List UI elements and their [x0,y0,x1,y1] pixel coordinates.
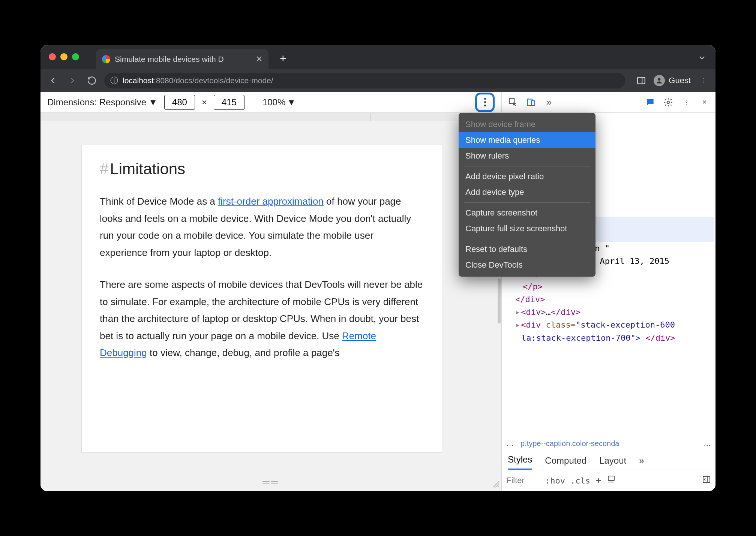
reload-button[interactable] [85,73,99,88]
close-tab-icon[interactable]: ✕ [256,54,262,64]
hov-toggle[interactable]: :hov [545,476,565,485]
resize-handle-bottom[interactable]: ══ [262,476,279,488]
maximize-window-button[interactable] [72,53,79,60]
tab-strip: Simulate mobile devices with D ✕ + [40,45,716,69]
window-controls [49,53,79,60]
more-subtabs-icon[interactable]: » [639,455,644,470]
browser-menu-icon[interactable]: ⋮ [696,73,710,88]
device-styles-icon[interactable] [607,475,616,486]
minimize-window-button[interactable] [60,53,68,60]
svg-rect-0 [638,77,645,84]
profile-label: Guest [669,76,691,85]
menu-item-add-device-pixel-ratio[interactable]: Add device pixel ratio [459,169,596,184]
menu-item-show-rulers[interactable]: Show rulers [459,148,596,164]
scrollbar[interactable] [498,278,501,323]
address-bar[interactable]: ⓘ localhost:8080/docs/devtools/device-mo… [104,73,625,88]
issues-icon[interactable] [643,95,658,110]
chrome-favicon-icon [102,55,110,63]
profile-chip[interactable]: Guest [654,75,691,86]
tab-computed[interactable]: Computed [545,455,586,470]
zoom-dropdown[interactable]: 100% ▼ [262,97,296,108]
menu-item-show-media-queries[interactable]: Show media queries [459,132,596,148]
side-panel-icon[interactable] [634,73,648,88]
styles-tabs: Styles Computed Layout » [502,451,716,470]
dom-breadcrumbs[interactable]: … p.type--caption.color-seconda … [502,436,716,451]
close-devtools-icon[interactable]: ✕ [697,95,712,110]
menu-item-reset-defaults[interactable]: Reset to defaults [459,241,596,257]
simulated-viewport: #Limitations Think of Device Mode as a f… [40,121,501,491]
url-path: /docs/devtools/device-mode/ [173,76,273,85]
menu-item-capture-full-screenshot[interactable]: Capture full size screenshot [459,221,596,237]
menu-item-show-device-frame[interactable]: Show device frame [459,117,596,132]
menu-separator [464,166,590,166]
media-query-ruler [40,113,501,121]
page-paragraph: Think of Device Mode as a first-order ap… [100,193,424,261]
url-host: localhost [123,76,154,85]
tabs-dropdown-icon[interactable] [698,53,706,64]
url-port: :8080 [154,76,174,85]
page-paragraph: There are some aspects of mobile devices… [100,276,424,362]
new-tab-button[interactable]: + [280,52,286,65]
first-order-approximation-link[interactable]: first-order approximation [218,196,324,207]
browser-tab[interactable]: Simulate mobile devices with D ✕ [96,49,268,69]
menu-separator [464,202,590,203]
menu-item-close-devtools[interactable]: Close DevTools [459,257,596,273]
tab-title: Simulate mobile devices with D [115,55,224,64]
devtools-toolbar: » ⋮ ✕ [502,92,716,113]
inspect-element-icon[interactable] [506,95,520,110]
styles-filter-input[interactable] [506,476,540,485]
times-glyph: × [202,97,207,108]
menu-item-add-device-type[interactable]: Add device type [459,184,596,200]
device-toolbar-more-button[interactable] [475,93,495,112]
svg-point-6 [667,101,670,103]
cls-toggle[interactable]: .cls [570,476,590,485]
resize-handle-corner[interactable] [492,481,500,490]
browser-window: Simulate mobile devices with D ✕ + ⓘ loc… [40,45,716,491]
settings-icon[interactable] [661,95,676,110]
simulated-page[interactable]: #Limitations Think of Device Mode as a f… [82,145,442,452]
avatar-icon [654,75,665,86]
device-toolbar-menu: Show device frame Show media queries Sho… [459,113,596,277]
tab-styles[interactable]: Styles [508,454,532,470]
styles-filter-bar: :hov .cls + [502,470,716,491]
svg-rect-5 [531,100,535,105]
content-area: Dimensions: Responsive ▼ × 100% ▼ #Limit… [40,92,716,491]
menu-separator [464,239,590,239]
more-tabs-icon[interactable]: » [542,95,556,110]
page-pane: Dimensions: Responsive ▼ × 100% ▼ #Limit… [40,92,502,491]
back-button[interactable] [46,73,60,88]
menu-item-capture-screenshot[interactable]: Capture screenshot [459,205,596,221]
devtools-menu-icon[interactable]: ⋮ [679,95,694,110]
width-input[interactable] [164,95,195,110]
toggle-device-icon[interactable] [524,95,538,110]
chevron-down-icon: ▼ [287,97,296,108]
svg-rect-7 [608,476,614,481]
device-toolbar: Dimensions: Responsive ▼ × 100% ▼ [40,92,501,113]
svg-point-2 [658,78,661,81]
height-input[interactable] [214,95,244,110]
close-window-button[interactable] [49,53,56,60]
toggle-sidebar-icon[interactable] [702,475,711,486]
forward-button[interactable] [65,73,80,88]
new-style-rule-icon[interactable]: + [596,475,602,487]
chevron-down-icon: ▼ [148,97,158,108]
tab-layout[interactable]: Layout [599,455,626,470]
dimensions-dropdown[interactable]: Dimensions: Responsive ▼ [47,97,158,108]
page-heading: #Limitations [100,160,424,178]
kebab-icon [484,98,486,106]
site-info-icon[interactable]: ⓘ [110,75,118,86]
toolbar: ⓘ localhost:8080/docs/devtools/device-mo… [40,69,716,92]
